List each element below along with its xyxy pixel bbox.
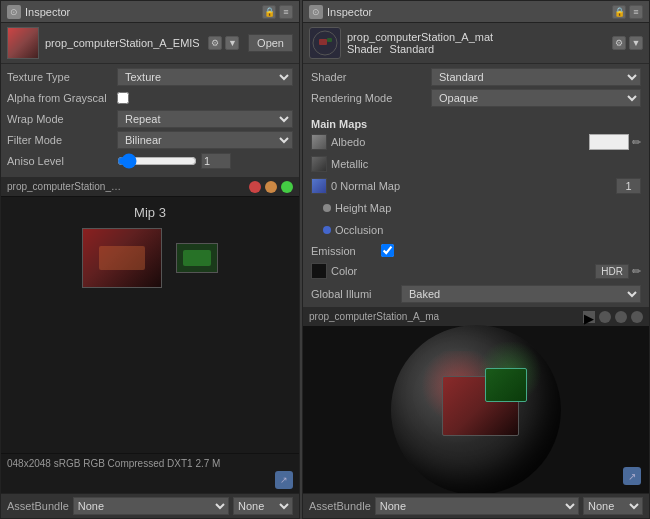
alpha-grayscale-label: Alpha from Grayscal xyxy=(7,92,117,104)
left-asset-menu-button[interactable]: ▼ xyxy=(225,36,239,50)
emission-checkbox[interactable] xyxy=(381,244,394,257)
svg-rect-2 xyxy=(327,38,332,42)
texture-type-select[interactable]: Texture xyxy=(117,68,293,86)
height-map-label: Height Map xyxy=(335,202,641,214)
left-preview-area: prop_computerStation_… Mip 3 xyxy=(1,177,299,453)
filter-mode-row: Filter Mode Bilinear xyxy=(7,131,293,149)
right-asset-bundle-select[interactable]: None xyxy=(375,497,579,515)
right-preview-circle2[interactable] xyxy=(615,311,627,323)
left-asset-thumbnail xyxy=(7,27,39,59)
aniso-level-number: 1 xyxy=(201,153,231,169)
metallic-thumb xyxy=(311,156,327,172)
aniso-level-slider[interactable] xyxy=(117,153,197,169)
right-inspector-panel: ⊙ Inspector 🔒 ≡ prop_computerStation_A_m… xyxy=(302,0,650,519)
right-menu-button[interactable]: ≡ xyxy=(629,5,643,19)
preview-ctrl-red[interactable] xyxy=(249,181,261,193)
sphere-container xyxy=(303,327,649,493)
global-illum-select[interactable]: Baked xyxy=(401,285,641,303)
color-thumb xyxy=(311,263,327,279)
right-asset-name-container: prop_computerStation_A_mat Shader Standa… xyxy=(347,31,493,55)
right-asset-thumbnail xyxy=(309,27,341,59)
right-preview-play[interactable]: ▶ xyxy=(583,311,595,323)
preview-sphere xyxy=(391,325,561,493)
albedo-label: Albedo xyxy=(331,136,589,148)
aniso-level-label: Aniso Level xyxy=(7,155,117,167)
aniso-level-value: 1 xyxy=(117,153,293,169)
texture-type-label: Texture Type xyxy=(7,71,117,83)
wrap-mode-value: Repeat xyxy=(117,110,293,128)
normal-map-label: 0 Normal Map xyxy=(331,180,616,192)
wrap-mode-label: Wrap Mode xyxy=(7,113,117,125)
right-asset-name: prop_computerStation_A_mat xyxy=(347,31,493,43)
right-lock-button[interactable]: 🔒 xyxy=(612,5,626,19)
color-pencil-icon[interactable]: ✏ xyxy=(632,265,641,278)
normal-map-text: Normal Map xyxy=(340,180,400,192)
right-panel-icon: ⊙ xyxy=(309,5,323,19)
shader-row: Shader Standard xyxy=(311,68,641,86)
right-preview-controls: ▶ xyxy=(583,311,643,323)
shader-select[interactable]: Standard xyxy=(431,68,641,86)
normal-map-thumb xyxy=(311,178,327,194)
albedo-row: Albedo ✏ xyxy=(303,132,649,152)
right-corner-icon: ↗ xyxy=(623,467,641,485)
height-map-row: Height Map xyxy=(303,198,649,218)
hdr-button[interactable]: HDR xyxy=(595,264,629,279)
normal-map-number-input[interactable] xyxy=(616,178,641,194)
left-preview-controls xyxy=(249,181,293,193)
right-preview-area: prop_computerStation_A_ma ▶ ↗ xyxy=(303,307,649,493)
left-asset-bundle-select2[interactable]: None xyxy=(233,497,293,515)
left-status-text: 048x2048 sRGB RGB Compressed DXT1 2.7 M … xyxy=(1,453,299,493)
open-button[interactable]: Open xyxy=(248,34,293,52)
color-row: Color HDR ✏ xyxy=(303,261,649,281)
right-asset-bundle-row: AssetBundle None None xyxy=(303,493,649,518)
right-preview-circle1[interactable] xyxy=(599,311,611,323)
rendering-mode-value: Opaque xyxy=(431,89,641,107)
left-title-bar: ⊙ Inspector 🔒 ≡ xyxy=(1,1,299,23)
right-title-bar: ⊙ Inspector 🔒 ≡ xyxy=(303,1,649,23)
left-panel-icon: ⊙ xyxy=(7,5,21,19)
left-menu-button[interactable]: ≡ xyxy=(279,5,293,19)
occlusion-row: Occlusion xyxy=(303,220,649,240)
wrap-mode-row: Wrap Mode Repeat xyxy=(7,110,293,128)
right-asset-bundle-label: AssetBundle xyxy=(309,500,371,512)
preview-ctrl-green[interactable] xyxy=(281,181,293,193)
left-preview-title: prop_computerStation_… xyxy=(7,181,121,192)
rendering-mode-select[interactable]: Opaque xyxy=(431,89,641,107)
global-illum-row: Global Illumi Baked xyxy=(303,283,649,305)
filter-mode-select[interactable]: Bilinear xyxy=(117,131,293,149)
left-lock-button[interactable]: 🔒 xyxy=(262,5,276,19)
filter-mode-value: Bilinear xyxy=(117,131,293,149)
height-map-dot xyxy=(323,204,331,212)
global-illum-label: Global Illumi xyxy=(311,288,401,300)
left-inspector-panel: ⊙ Inspector 🔒 ≡ prop_computerStation_A_E… xyxy=(0,0,300,519)
rendering-mode-label: Rendering Mode xyxy=(311,92,431,104)
main-maps-title: Main Maps xyxy=(303,114,649,132)
right-preview-circle3[interactable] xyxy=(631,311,643,323)
albedo-pencil-icon[interactable]: ✏ xyxy=(632,136,641,149)
sphere-screen-green xyxy=(485,368,528,402)
left-preview-header: prop_computerStation_… xyxy=(1,177,299,197)
left-asset-bundle-select[interactable]: None xyxy=(73,497,229,515)
occlusion-dot xyxy=(323,226,331,234)
right-asset-bundle-select2[interactable]: None xyxy=(583,497,643,515)
right-asset-settings-button[interactable]: ⚙ xyxy=(612,36,626,50)
right-asset-menu-button[interactable]: ▼ xyxy=(629,36,643,50)
metallic-row: Metallic xyxy=(303,154,649,174)
left-asset-settings-button[interactable]: ⚙ xyxy=(208,36,222,50)
occlusion-label: Occlusion xyxy=(335,224,641,236)
albedo-thumb xyxy=(311,134,327,150)
mip-image-large xyxy=(82,228,162,288)
left-preview-content: Mip 3 xyxy=(1,197,299,296)
alpha-grayscale-checkbox[interactable] xyxy=(117,92,129,104)
left-asset-bundle-row: AssetBundle None None xyxy=(1,493,299,518)
filter-mode-label: Filter Mode xyxy=(7,134,117,146)
mip-label: Mip 3 xyxy=(134,205,166,220)
wrap-mode-select[interactable]: Repeat xyxy=(117,110,293,128)
albedo-color-box[interactable] xyxy=(589,134,629,150)
mip-image-small xyxy=(176,243,218,273)
rendering-mode-row: Rendering Mode Opaque xyxy=(311,89,641,107)
preview-ctrl-orange[interactable] xyxy=(265,181,277,193)
color-label: Color xyxy=(331,265,595,277)
alpha-grayscale-row: Alpha from Grayscal xyxy=(7,89,293,107)
left-asset-name: prop_computerStation_A_EMIS xyxy=(45,37,200,49)
